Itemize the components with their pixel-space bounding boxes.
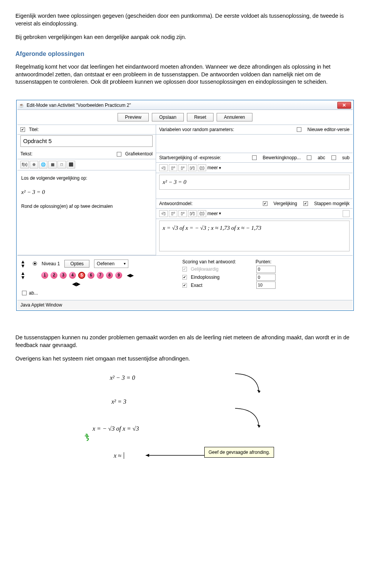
ball-7[interactable]: 7 <box>97 272 104 279</box>
nev-label: Nieuwe editor-versie <box>308 126 350 133</box>
ball-3[interactable]: 3 <box>60 272 67 279</box>
exact-points[interactable]: 10 <box>256 281 276 289</box>
startv-eq: x² − 3 = 0 <box>163 179 186 185</box>
feedback-tooltip: Geef de gevraagde afronding. <box>204 447 274 458</box>
gelijk-points[interactable]: 0 <box>256 266 276 273</box>
doc-p3: Regelmatig komt het voor dat leerlingen … <box>15 63 355 86</box>
antwoord-expression[interactable]: x = √3 of x = − √3 ; x ≈ 1,73 of x ≈ − 1… <box>159 221 350 251</box>
sqrt-icon[interactable]: √▯ <box>159 164 168 171</box>
doc-p1: Eigenlijk worden twee oplossingen gegeve… <box>15 12 355 27</box>
ball-8[interactable]: 8 <box>106 272 113 279</box>
doc-p5: Overigens kan het systeem niet omgaan me… <box>15 355 355 363</box>
exp-icon[interactable]: ▯⁰ <box>169 164 177 171</box>
center-arrows-icon[interactable]: ◀▶ <box>72 280 175 288</box>
editor-window: ☕ Edit-Mode van Activiteit "Voorbeelden … <box>16 100 354 311</box>
arrow-1-icon <box>231 371 266 398</box>
ball-9[interactable]: 9 <box>115 272 122 279</box>
arrow-3-icon <box>143 452 208 459</box>
step-eq-4: x ≈ <box>114 452 126 460</box>
tool-fx-icon[interactable]: f(x) <box>20 161 29 168</box>
checkmark-icon: ჯ <box>83 430 91 442</box>
abc-label: abc <box>318 155 325 161</box>
arrow-2-icon <box>231 405 266 432</box>
level-updown[interactable]: ▲▼ <box>20 259 25 268</box>
paren-icon2[interactable]: (▯) <box>198 210 206 217</box>
ab-checkbox[interactable] <box>22 291 27 295</box>
ball-2[interactable]: 2 <box>50 272 57 279</box>
doc-p2: Bij gebroken vergelijkingen kan een derg… <box>15 34 355 41</box>
tool-box-icon[interactable]: □ <box>57 161 66 168</box>
sq-icon2[interactable]: ▯² <box>178 210 187 217</box>
frac-icon[interactable]: ▯⁄▯ <box>188 164 197 171</box>
abc-checkbox[interactable] <box>307 155 311 160</box>
tool-link-icon[interactable]: ⊕ <box>30 161 38 168</box>
tool-solid-icon[interactable]: ⬛ <box>67 161 75 168</box>
sub-label: sub <box>342 155 350 161</box>
startv-expression[interactable]: x² − 3 = 0 <box>159 175 350 189</box>
exp-icon2[interactable]: ▯⁰ <box>169 210 177 217</box>
status-bar: Java Applet Window <box>17 300 353 310</box>
stappen-label: Stappen mogelijk <box>314 200 350 207</box>
antwoord-toolbar: √▯ ▯⁰ ▯² ▯⁄▯ (▯) meer▾ <box>156 209 353 219</box>
bewerk-label: Bewerkingknopp... <box>263 155 301 161</box>
ball-5[interactable]: 5 <box>78 272 85 279</box>
ball-6[interactable]: 6 <box>87 272 94 279</box>
opslaan-button[interactable]: Opslaan <box>152 113 184 121</box>
ball-1[interactable]: 1 <box>41 272 48 279</box>
opties-button[interactable]: Opties <box>64 260 89 268</box>
titel-field[interactable]: Opdracht 5 <box>20 135 153 147</box>
reset-button[interactable]: Reset <box>187 113 214 121</box>
tool-globe-icon[interactable]: 🌐 <box>39 161 47 168</box>
question-updown[interactable]: ▲▼ <box>20 271 25 280</box>
close-button[interactable]: ✕ <box>337 102 351 109</box>
tekst-label: Tekst: <box>20 151 32 157</box>
bewerk-checkbox[interactable] <box>252 155 257 160</box>
sub-checkbox[interactable] <box>331 155 336 160</box>
sqrt-icon2[interactable]: √▯ <box>159 210 168 217</box>
doc-p4: De tussenstappen kunnen nu zonder proble… <box>15 334 355 349</box>
lr-arrows-icon[interactable]: ◀▶ <box>127 272 134 278</box>
niveau-radio[interactable] <box>33 261 37 266</box>
oefenen-select[interactable]: Oefenen <box>94 259 128 268</box>
eind-points[interactable]: 0 <box>256 274 276 281</box>
nev-checkbox[interactable] <box>297 127 301 132</box>
eind-checkbox[interactable]: ✔ <box>182 275 187 280</box>
meer-label1[interactable]: meer <box>207 165 218 171</box>
gelijk-checkbox: ✔ <box>182 267 187 271</box>
niveau-label: Niveau 1 <box>42 261 60 267</box>
startv-toolbar: √▯ ▯⁰ ▯² ▯⁄▯ (▯) meer▾ <box>156 163 353 173</box>
eind-label: Eindoplossing <box>191 274 252 280</box>
frac-icon2[interactable]: ▯⁄▯ <box>188 210 197 217</box>
antwoord-option-box[interactable] <box>343 210 350 217</box>
heading-afgeronde: Afgeronde oplossingen <box>15 50 355 58</box>
titel-checkbox[interactable]: ✔ <box>20 127 25 132</box>
step-eq-3: x = − √3 of x = √3 <box>92 425 139 433</box>
ball-4[interactable]: 4 <box>69 272 76 279</box>
tekst-content[interactable]: Los de volgende vergelijking op: x² − 3 … <box>17 170 156 255</box>
vars-area[interactable] <box>156 135 353 153</box>
exact-checkbox[interactable]: ✔ <box>182 283 187 288</box>
vergelijking-checkbox[interactable]: ✔ <box>263 201 267 206</box>
sq-icon[interactable]: ▯² <box>178 164 187 171</box>
step-eq-2: x² = 3 <box>111 398 126 406</box>
grafiek-checkbox[interactable] <box>117 152 121 157</box>
tool-grid-icon[interactable]: ▦ <box>48 161 57 168</box>
gelijk-label: Gelijkwaardig <box>191 266 252 272</box>
paren-icon[interactable]: (▯) <box>198 164 206 171</box>
tekst-toolbar: f(x) ⊕ 🌐 ▦ □ ⬛ <box>17 159 156 170</box>
preview-button[interactable]: Preview <box>118 113 149 121</box>
antwoord-eq: x = √3 of x = − √3 ; x ≈ 1,73 of x ≈ − 1… <box>163 225 261 231</box>
startv-label: Startvergelijking of -expressie: <box>159 155 221 161</box>
tekst-line1: Los de volgende vergelijking op: <box>21 174 152 182</box>
meer-label2[interactable]: meer <box>207 211 218 217</box>
vergelijking-label: Vergelijking <box>274 200 297 207</box>
ab-label: ab... <box>29 290 38 296</box>
scoring-label: Scoring van het antwoord: <box>182 259 252 265</box>
annuleren-button[interactable]: Annuleren <box>217 113 252 121</box>
tekst-equation: x² − 3 = 0 <box>21 187 152 197</box>
exact-label: Exact <box>191 282 252 288</box>
top-button-row: Preview Opslaan Reset Annuleren <box>17 110 353 125</box>
titel-label: Titel: <box>29 126 39 133</box>
punten-label: Punten: <box>256 259 271 265</box>
stappen-checkbox[interactable]: ✔ <box>303 201 308 206</box>
